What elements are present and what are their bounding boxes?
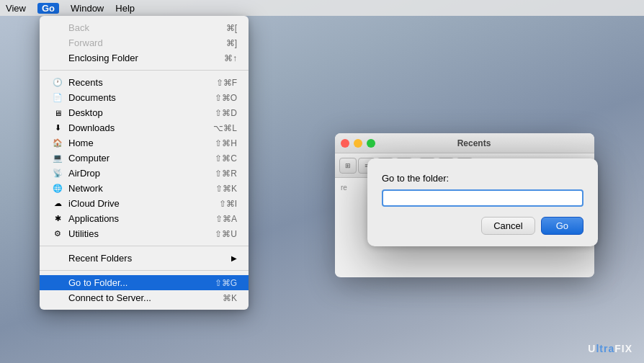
enclosing-label: Enclosing Folder bbox=[68, 53, 224, 63]
connect-server-icon bbox=[51, 293, 64, 303]
watermark-highlight: ltra bbox=[596, 343, 614, 354]
go-menu-section-goto: Go to Folder... ⇧⌘G Connect to Server...… bbox=[40, 274, 249, 307]
icloud-shortcut: ⇧⌘I bbox=[219, 199, 237, 209]
close-button[interactable] bbox=[341, 139, 349, 148]
recents-shortcut: ⇧⌘F bbox=[216, 78, 237, 88]
applications-shortcut: ⇧⌘A bbox=[215, 214, 237, 224]
menu-item-airdrop[interactable]: 📡 AirDrop ⇧⌘R bbox=[40, 166, 249, 181]
downloads-label: Downloads bbox=[68, 122, 213, 133]
grid-view-icon[interactable]: ⊞ bbox=[339, 158, 357, 174]
utilities-icon: ⚙ bbox=[51, 229, 64, 239]
airdrop-label: AirDrop bbox=[68, 168, 215, 179]
goto-folder-icon bbox=[51, 278, 64, 288]
menu-item-home[interactable]: 🏠 Home ⇧⌘H bbox=[40, 135, 249, 151]
documents-icon: 📄 bbox=[51, 93, 64, 103]
computer-shortcut: ⇧⌘C bbox=[215, 153, 237, 163]
downloads-shortcut: ⌥⌘L bbox=[213, 123, 237, 133]
icloud-label: iCloud Drive bbox=[68, 198, 219, 209]
connect-server-label: Connect to Server... bbox=[68, 292, 223, 303]
go-menu-section-recent: Recent Folders ▶ bbox=[40, 249, 249, 267]
home-label: Home bbox=[68, 138, 215, 148]
goto-folder-dialog: Go to the folder: Cancel Go bbox=[367, 158, 598, 246]
network-label: Network bbox=[68, 183, 215, 194]
goto-folder-shortcut: ⇧⌘G bbox=[215, 278, 237, 288]
go-menu-section-nav: Back ⌘[ Forward ⌘] Enclosing Folder ⌘↑ bbox=[40, 19, 249, 67]
menu-item-enclosing[interactable]: Enclosing Folder ⌘↑ bbox=[40, 50, 249, 66]
goto-folder-label: Go to Folder... bbox=[68, 277, 215, 288]
documents-label: Documents bbox=[68, 92, 215, 103]
window-controls bbox=[341, 139, 375, 148]
forward-icon bbox=[51, 38, 64, 48]
back-icon bbox=[51, 23, 64, 33]
menu-help[interactable]: Help bbox=[115, 3, 135, 14]
desktop-label: Desktop bbox=[68, 107, 215, 118]
divider-2 bbox=[40, 246, 249, 246]
back-shortcut: ⌘[ bbox=[226, 23, 237, 33]
go-menu-dropdown: Back ⌘[ Forward ⌘] Enclosing Folder ⌘↑ 🕐… bbox=[40, 16, 249, 310]
divider-1 bbox=[40, 70, 249, 71]
menu-item-recent-folders[interactable]: Recent Folders ▶ bbox=[40, 251, 249, 266]
network-icon: 🌐 bbox=[51, 184, 64, 194]
divider-3 bbox=[40, 270, 249, 271]
recent-folders-arrow: ▶ bbox=[231, 254, 237, 262]
dialog-label: Go to the folder: bbox=[382, 173, 583, 184]
forward-label: Forward bbox=[68, 37, 226, 48]
desktop-icon: 🖥 bbox=[51, 108, 64, 118]
folder-path-input[interactable] bbox=[382, 189, 583, 207]
menu-item-connect-server[interactable]: Connect to Server... ⌘K bbox=[40, 290, 249, 305]
computer-icon: 💻 bbox=[51, 153, 64, 163]
network-shortcut: ⇧⌘K bbox=[215, 184, 237, 194]
recent-folders-icon bbox=[51, 254, 64, 264]
applications-label: Applications bbox=[68, 213, 215, 224]
cancel-button[interactable]: Cancel bbox=[481, 217, 535, 235]
recents-label: Recents bbox=[68, 77, 216, 88]
menu-item-network[interactable]: 🌐 Network ⇧⌘K bbox=[40, 181, 249, 196]
home-icon: 🏠 bbox=[51, 138, 64, 148]
menu-item-back[interactable]: Back ⌘[ bbox=[40, 20, 249, 35]
go-menu-section-locations: 🕐 Recents ⇧⌘F 📄 Documents ⇧⌘O 🖥 Desktop … bbox=[40, 73, 249, 243]
menu-item-icloud[interactable]: ☁ iCloud Drive ⇧⌘I bbox=[40, 196, 249, 211]
watermark-prefix: U bbox=[588, 343, 596, 354]
downloads-icon: ⬇ bbox=[51, 123, 64, 133]
menubar: View Go Window Help bbox=[0, 0, 644, 16]
watermark: UltraFIX bbox=[588, 343, 632, 354]
icloud-icon: ☁ bbox=[51, 199, 64, 209]
maximize-button[interactable] bbox=[367, 139, 375, 148]
forward-shortcut: ⌘] bbox=[226, 38, 237, 48]
watermark-suffix: FIX bbox=[614, 343, 632, 354]
connect-server-shortcut: ⌘K bbox=[223, 293, 237, 303]
minimize-button[interactable] bbox=[354, 139, 362, 148]
airdrop-icon: 📡 bbox=[51, 169, 64, 179]
enclosing-icon bbox=[51, 53, 64, 63]
desktop-shortcut: ⇧⌘D bbox=[215, 108, 237, 118]
menu-item-utilities[interactable]: ⚙ Utilities ⇧⌘U bbox=[40, 226, 249, 241]
menu-item-applications[interactable]: ✱ Applications ⇧⌘A bbox=[40, 211, 249, 226]
airdrop-shortcut: ⇧⌘R bbox=[215, 169, 237, 179]
menu-go[interactable]: Go bbox=[37, 3, 59, 14]
menu-item-desktop[interactable]: 🖥 Desktop ⇧⌘D bbox=[40, 105, 249, 120]
menu-item-recents[interactable]: 🕐 Recents ⇧⌘F bbox=[40, 75, 249, 90]
back-label: Back bbox=[68, 22, 226, 33]
enclosing-shortcut: ⌘↑ bbox=[224, 53, 237, 63]
utilities-label: Utilities bbox=[68, 228, 215, 239]
documents-shortcut: ⇧⌘O bbox=[215, 93, 237, 103]
dialog-buttons: Cancel Go bbox=[382, 217, 583, 235]
home-shortcut: ⇧⌘H bbox=[215, 138, 237, 148]
go-button[interactable]: Go bbox=[541, 217, 583, 235]
recents-icon: 🕐 bbox=[51, 78, 64, 88]
computer-label: Computer bbox=[68, 153, 215, 163]
menu-item-goto-folder[interactable]: Go to Folder... ⇧⌘G bbox=[40, 275, 249, 290]
finder-titlebar: Recents bbox=[335, 133, 594, 153]
applications-icon: ✱ bbox=[51, 214, 64, 224]
menu-item-forward[interactable]: Forward ⌘] bbox=[40, 35, 249, 50]
menu-window[interactable]: Window bbox=[71, 3, 104, 14]
menu-item-downloads[interactable]: ⬇ Downloads ⌥⌘L bbox=[40, 120, 249, 135]
utilities-shortcut: ⇧⌘U bbox=[215, 229, 237, 239]
menu-item-documents[interactable]: 📄 Documents ⇧⌘O bbox=[40, 90, 249, 105]
menu-view[interactable]: View bbox=[6, 3, 26, 14]
menu-item-computer[interactable]: 💻 Computer ⇧⌘C bbox=[40, 151, 249, 166]
finder-title: Recents bbox=[381, 138, 567, 148]
recent-folders-label: Recent Folders bbox=[68, 253, 228, 264]
